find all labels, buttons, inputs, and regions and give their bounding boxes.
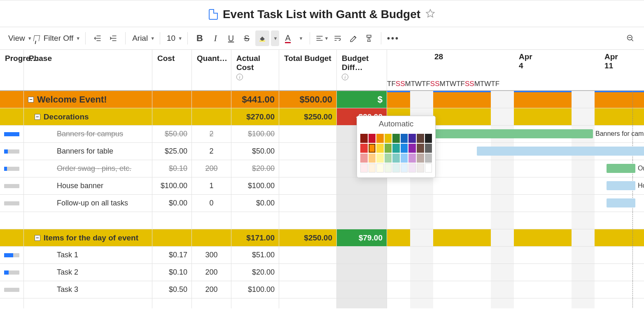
cell-cost[interactable] [152,91,192,108]
color-swatch[interactable] [392,154,400,163]
cell-quantity[interactable] [192,229,231,246]
row-task[interactable]: Task 2$0.10200$20.00 [0,264,644,281]
cell-cost[interactable] [152,229,192,246]
row-task[interactable]: Banners for campus$50.002$100.00Banners … [0,126,644,143]
cell-total-budget[interactable] [279,212,337,229]
font-size-dropdown[interactable]: 10▼ [165,30,182,46]
row-top[interactable]: −Welcome Event!$441.00$500.00$ [0,91,644,108]
view-dropdown[interactable]: View▼ [7,30,32,46]
cell-total-budget[interactable] [279,247,337,263]
cell-actual-cost[interactable]: $100.00 [231,177,279,194]
cell-progress[interactable] [0,264,24,281]
color-swatch[interactable] [401,154,408,163]
cell-total-budget[interactable] [279,298,337,308]
cell-quantity[interactable]: 300 [192,247,231,263]
cell-cost[interactable]: $100.00 [152,177,192,194]
color-swatch[interactable] [401,163,408,172]
color-swatch[interactable] [360,134,368,143]
cell-quantity[interactable]: 200 [192,160,231,177]
cell-phase[interactable]: House banner [24,177,152,194]
cell-phase[interactable]: Banners for table [24,143,152,160]
cell-progress[interactable] [0,195,24,212]
cell-actual-cost[interactable]: $171.00 [231,229,279,246]
color-swatch[interactable] [417,134,424,143]
cell-quantity[interactable] [192,91,231,108]
header-phase[interactable]: Phase [24,50,152,90]
cell-cost[interactable]: $0.10 [152,264,192,281]
color-swatch[interactable] [408,144,416,153]
cell-gantt[interactable] [387,247,644,263]
cell-actual-cost[interactable]: $50.00 [231,143,279,160]
strikethrough-button[interactable]: S [240,30,254,46]
cell-actual-cost[interactable]: $51.00 [231,247,279,263]
font-family-dropdown[interactable]: Arial▼ [131,30,155,46]
cell-progress[interactable] [0,160,24,177]
color-swatch[interactable] [408,154,416,163]
cell-actual-cost[interactable] [231,212,279,229]
row-task[interactable]: House banner$100.001$100.00Ho [0,177,644,195]
cell-total-budget[interactable]: $250.00 [279,108,337,125]
cell-progress[interactable] [0,177,24,194]
header-budget-diff[interactable]: Budget Diff…i [337,50,387,90]
cell-actual-cost[interactable]: $270.00 [231,108,279,125]
color-swatch[interactable] [392,163,400,172]
text-color-dropdown[interactable]: ▼ [296,30,305,46]
cell-actual-cost[interactable]: $100.00 [231,126,279,142]
cell-phase[interactable]: Task 1 [24,247,152,263]
cell-total-budget[interactable] [279,264,337,281]
gantt-bar[interactable]: Or [607,164,635,173]
cell-progress[interactable] [0,281,24,298]
star-icon[interactable] [425,9,435,20]
header-actual-cost[interactable]: Actual Costi [231,50,279,90]
info-icon[interactable]: i [342,74,348,80]
cell-budget-diff[interactable] [337,264,387,281]
color-automatic[interactable]: Automatic [357,116,435,131]
cell-total-budget[interactable] [279,160,337,177]
cell-gantt[interactable]: Ho [387,177,644,194]
row-blank[interactable] [0,212,644,229]
cell-quantity[interactable] [192,298,231,308]
color-swatch[interactable] [376,144,384,153]
fill-color-dropdown[interactable]: ▼ [271,30,279,46]
indent-button[interactable] [106,30,120,46]
row-task[interactable]: Task 1$0.17300$51.00 [0,247,644,264]
cell-cost[interactable]: $0.10 [152,160,192,177]
color-swatch[interactable] [385,144,392,153]
format-painter-button[interactable] [362,30,376,46]
color-swatch[interactable] [369,163,376,172]
color-swatch[interactable] [417,144,424,153]
color-swatch[interactable] [408,134,416,143]
color-swatch[interactable] [385,154,392,163]
collapse-icon[interactable]: − [35,114,40,120]
clear-format-button[interactable] [346,30,360,46]
cell-gantt[interactable] [387,195,644,212]
cell-gantt[interactable] [387,229,644,246]
cell-phase[interactable]: Order swag - pins, etc. [24,160,152,177]
row-task[interactable]: Order swag - pins, etc.$0.10200$20.00Or [0,160,644,177]
gantt-bar[interactable]: Ho [607,181,635,190]
cell-phase[interactable]: Banners for campus [24,126,152,142]
cell-budget-diff[interactable]: $79.00 [337,229,387,246]
color-swatch[interactable] [369,154,376,163]
cell-quantity[interactable]: 200 [192,281,231,298]
cell-cost[interactable]: $50.00 [152,126,192,142]
cell-cost[interactable] [152,298,192,308]
color-swatch[interactable] [425,163,432,172]
color-swatch[interactable] [425,154,432,163]
cell-budget-diff[interactable] [337,177,387,194]
cell-actual-cost[interactable]: $20.00 [231,160,279,177]
zoom-out-button[interactable] [623,30,637,46]
cell-phase[interactable]: Task 2 [24,264,152,281]
filter-dropdown[interactable]: Filter Off▼ [34,30,80,46]
cell-budget-diff[interactable] [337,212,387,229]
cell-quantity[interactable]: 1 [192,177,231,194]
row-blank[interactable] [0,298,644,308]
color-swatch[interactable] [408,163,416,172]
cell-budget-diff[interactable] [337,281,387,298]
cell-actual-cost[interactable]: $0.00 [231,195,279,212]
cell-quantity[interactable] [192,108,231,125]
cell-actual-cost[interactable]: $20.00 [231,264,279,281]
color-swatch[interactable] [376,163,384,172]
cell-cost[interactable]: $0.17 [152,247,192,263]
fill-color-button[interactable] [255,30,269,46]
